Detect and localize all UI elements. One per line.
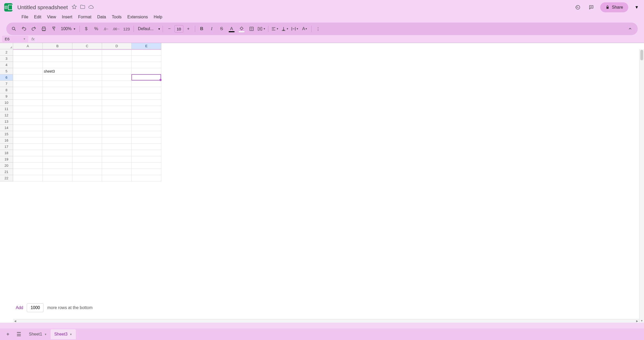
search-menus-icon[interactable] <box>9 24 18 33</box>
cell-E8[interactable] <box>132 87 161 93</box>
merge-cells-icon[interactable]: ▼ <box>257 24 266 33</box>
sheet-tab-sheet1[interactable]: Sheet1▼ <box>25 329 51 339</box>
column-header-B[interactable]: B <box>43 43 72 49</box>
text-wrap-icon[interactable]: ▼ <box>290 24 299 33</box>
cell-C11[interactable] <box>72 106 102 112</box>
redo-icon[interactable] <box>29 24 38 33</box>
cell-D20[interactable] <box>102 163 132 169</box>
cell-D4[interactable] <box>102 62 132 68</box>
more-toolbar-icon[interactable]: ⋮ <box>314 24 323 33</box>
sheets-app-icon[interactable] <box>3 2 14 13</box>
row-header-6[interactable]: 6 <box>0 74 13 81</box>
cell-E7[interactable] <box>132 81 161 87</box>
cell-C12[interactable] <box>72 112 102 118</box>
column-header-C[interactable]: C <box>72 43 102 49</box>
comment-icon[interactable] <box>587 3 596 12</box>
add-rows-button[interactable]: Add <box>16 305 23 310</box>
format-123-button[interactable]: 123 <box>122 24 131 33</box>
row-header-8[interactable]: 8 <box>0 87 13 93</box>
cell-A20[interactable] <box>13 163 43 169</box>
cell-A14[interactable] <box>13 125 43 131</box>
cell-C4[interactable] <box>72 62 102 68</box>
cell-B9[interactable] <box>43 93 72 100</box>
cell-D18[interactable] <box>102 150 132 156</box>
text-rotation-icon[interactable]: A▼ <box>300 24 309 33</box>
cell-A18[interactable] <box>13 150 43 156</box>
undo-icon[interactable] <box>19 24 28 33</box>
cell-B15[interactable] <box>43 131 72 137</box>
cell-B19[interactable] <box>43 156 72 163</box>
cell-B18[interactable] <box>43 150 72 156</box>
row-header-14[interactable]: 14 <box>0 125 13 131</box>
cell-C9[interactable] <box>72 93 102 100</box>
borders-icon[interactable] <box>247 24 256 33</box>
cell-E15[interactable] <box>132 131 161 137</box>
cell-C15[interactable] <box>72 131 102 137</box>
cell-A2[interactable] <box>13 49 43 56</box>
cell-A10[interactable] <box>13 100 43 106</box>
cell-A22[interactable] <box>13 175 43 181</box>
cell-D8[interactable] <box>102 87 132 93</box>
cell-B6[interactable] <box>43 74 72 81</box>
font-size-input[interactable] <box>174 25 183 33</box>
cell-A8[interactable] <box>13 87 43 93</box>
column-header-A[interactable]: A <box>13 43 43 49</box>
cell-D16[interactable] <box>102 137 132 144</box>
add-rows-input[interactable] <box>27 303 44 312</box>
vertical-scrollbar[interactable]: ▲ ▼ <box>639 49 644 323</box>
cell-E12[interactable] <box>132 112 161 118</box>
cell-A17[interactable] <box>13 144 43 150</box>
print-icon[interactable] <box>39 24 48 33</box>
share-dropdown[interactable]: ▼ <box>632 3 641 12</box>
cell-A11[interactable] <box>13 106 43 112</box>
row-header-20[interactable]: 20 <box>0 163 13 169</box>
cell-A5[interactable] <box>13 68 43 74</box>
cell-C7[interactable] <box>72 81 102 87</box>
move-icon[interactable] <box>80 4 85 11</box>
cell-A16[interactable] <box>13 137 43 144</box>
cell-B10[interactable] <box>43 100 72 106</box>
menu-data[interactable]: Data <box>94 14 109 20</box>
cell-D3[interactable] <box>102 56 132 62</box>
star-icon[interactable] <box>72 4 77 11</box>
scroll-right-icon[interactable]: ▶ <box>635 319 639 323</box>
cell-E13[interactable] <box>132 118 161 125</box>
collapse-toolbar-icon[interactable] <box>626 24 635 33</box>
cell-B20[interactable] <box>43 163 72 169</box>
row-header-17[interactable]: 17 <box>0 144 13 150</box>
row-header-4[interactable]: 4 <box>0 62 13 68</box>
cell-E2[interactable] <box>132 49 161 56</box>
doc-title[interactable]: Untitled spreadsheet <box>16 4 70 11</box>
cell-B16[interactable] <box>43 137 72 144</box>
cell-D15[interactable] <box>102 131 132 137</box>
cell-B8[interactable] <box>43 87 72 93</box>
vertical-scroll-thumb[interactable] <box>640 50 643 60</box>
cell-C16[interactable] <box>72 137 102 144</box>
paint-format-icon[interactable] <box>49 24 58 33</box>
row-header-22[interactable]: 22 <box>0 175 13 181</box>
cell-E18[interactable] <box>132 150 161 156</box>
cell-D9[interactable] <box>102 93 132 100</box>
cell-A21[interactable] <box>13 169 43 175</box>
row-header-3[interactable]: 3 <box>0 56 13 62</box>
cell-A19[interactable] <box>13 156 43 163</box>
row-header-18[interactable]: 18 <box>0 150 13 156</box>
cell-D2[interactable] <box>102 49 132 56</box>
cell-A15[interactable] <box>13 131 43 137</box>
row-header-7[interactable]: 7 <box>0 81 13 87</box>
cell-A13[interactable] <box>13 118 43 125</box>
cell-C14[interactable] <box>72 125 102 131</box>
formula-input[interactable] <box>38 36 644 42</box>
column-header-D[interactable]: D <box>102 43 132 49</box>
percent-icon[interactable]: % <box>92 24 101 33</box>
cell-C5[interactable] <box>72 68 102 74</box>
add-sheet-icon[interactable]: + <box>3 330 13 339</box>
menu-file[interactable]: File <box>19 14 31 20</box>
column-header-E[interactable]: E <box>132 43 161 49</box>
cell-E10[interactable] <box>132 100 161 106</box>
cell-E3[interactable] <box>132 56 161 62</box>
cell-B13[interactable] <box>43 118 72 125</box>
cell-B3[interactable] <box>43 56 72 62</box>
cell-C21[interactable] <box>72 169 102 175</box>
italic-icon[interactable]: I <box>207 24 216 33</box>
